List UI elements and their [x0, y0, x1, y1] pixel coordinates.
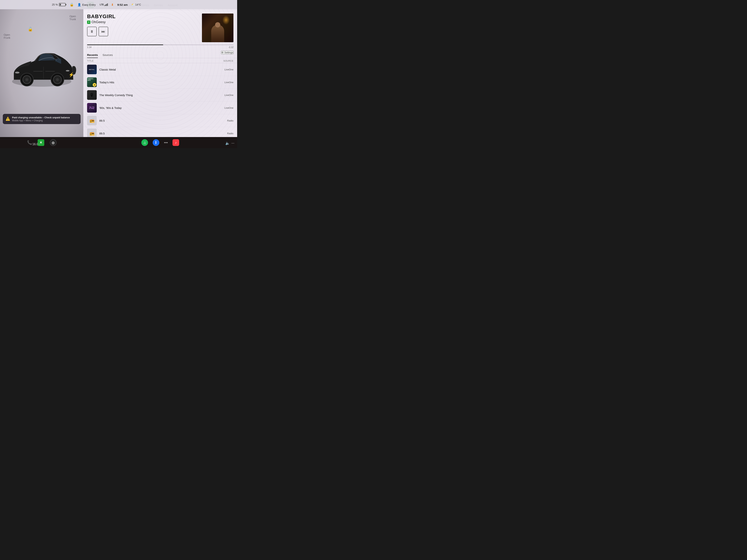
thumb-inner-1: TODAY'SHITS ★	[87, 77, 97, 87]
station-thumb-1: TODAY'SHITS ★	[87, 77, 97, 87]
svg-point-6	[25, 78, 28, 81]
frunk-icon: 🔓	[28, 27, 33, 32]
station-name-5: 89.5	[99, 132, 218, 135]
col-source-header: SOURCE	[224, 60, 233, 62]
thumb-text-5: 📻	[89, 131, 95, 136]
settings-area: ⚙ Settings	[83, 50, 237, 52]
playback-controls: ⏸ ⏭	[87, 27, 198, 36]
station-source-4: Radio	[221, 119, 233, 122]
settings-button[interactable]: ⚙ Settings	[221, 51, 233, 54]
network-type: LTE	[100, 3, 104, 6]
odo-chevron-right: ›	[39, 143, 40, 146]
station-thumb-5: 📻	[87, 129, 97, 138]
station-source-5: Radio	[221, 132, 233, 135]
station-row[interactable]: METAL Classic Metal LiveOne	[83, 63, 237, 76]
tab-recents[interactable]: Recents	[87, 52, 98, 58]
thumb-text-3: '80s '90s& Today	[89, 106, 95, 109]
thumb-text-4: 📻	[89, 118, 95, 123]
song-title-main: BABYGIRL	[87, 14, 198, 20]
progress-times: 1:14 -1:12	[87, 46, 233, 49]
time-remaining: -1:12	[228, 46, 233, 49]
station-name-1: Today's Hits	[99, 81, 218, 84]
temperature: 14°C	[135, 3, 141, 6]
settings-icon: ⚙	[222, 51, 224, 54]
artist-row: ✕ OhGeesy	[87, 20, 198, 24]
camera-icon[interactable]: ⬤	[50, 139, 56, 146]
volume-icon[interactable]: 🔈	[225, 141, 230, 145]
thumb-text-1: TODAY'SHITS	[87, 78, 93, 81]
taskbar-left: 📞 ✕ ⬤ ‹ 16.0 ›	[0, 137, 83, 148]
apple-music-icon[interactable]: ♪	[173, 139, 179, 146]
station-thumb-4: 📻	[87, 116, 97, 125]
pause-button[interactable]: ⏸	[87, 27, 97, 36]
music-note: ♪	[175, 141, 177, 144]
profile-area: 👤 Easy Entry	[77, 3, 96, 6]
time-display: 9:52 am	[117, 3, 128, 6]
warning-title: Paid charging unavailable – Check unpaid…	[12, 116, 70, 119]
battery-area: 25 %	[52, 3, 66, 6]
camera-lens: ⬤	[52, 141, 55, 144]
volume-minus: —	[231, 141, 234, 145]
station-name-0: Classic Metal	[99, 68, 218, 71]
album-art	[202, 14, 233, 42]
station-name-2: The Weekly Comedy Thing	[99, 94, 218, 97]
station-source-0: LiveOne	[221, 68, 233, 71]
spotify-logo: ♫	[143, 140, 146, 145]
warning-notification: ⚠️ Paid charging unavailable – Check unp…	[3, 114, 81, 124]
volume-area: 🔈 —	[225, 141, 234, 145]
weather-area: ⛅ 14°C	[131, 3, 141, 6]
artist-name: OhGeesy	[92, 20, 106, 24]
bluetooth-symbol: ᛒ	[155, 141, 157, 144]
station-source-1: LiveOne	[221, 81, 233, 84]
signal-bars	[104, 3, 108, 6]
tab-sources[interactable]: Sources	[102, 52, 113, 58]
odo-chevron-left: ‹	[31, 143, 31, 146]
xm-icon-medium: ✕	[87, 21, 91, 24]
car-image	[0, 35, 83, 106]
svg-point-2	[15, 72, 20, 74]
profile-icon: 👤	[77, 3, 81, 6]
now-playing-info: BABYGIRL ✕ OhGeesy ⏸ ⏭	[87, 14, 198, 36]
status-bar: 25 % 🔒 👤 Easy Entry LTE ⬇ 9:52 am ⛅ 14°C	[0, 0, 237, 9]
easy-entry-label: Easy Entry	[82, 3, 96, 6]
station-thumb-0: METAL	[87, 64, 97, 74]
station-row[interactable]: '80s '90s& Today '80s, '90s & Today Live…	[83, 102, 237, 114]
station-row[interactable]: TODAY'SHITS ★ Today's Hits LiveOne	[83, 76, 237, 89]
col-title-header: TITLE	[87, 60, 94, 62]
odometer-value: 16.0	[32, 142, 38, 146]
download-icon: ⬇	[111, 3, 113, 6]
settings-label: Settings	[224, 51, 233, 54]
bluetooth-icon[interactable]: ᛒ	[153, 139, 159, 146]
thumb-text-2: 🎙	[89, 92, 94, 98]
taskbar-right: ♫ ᛒ ••• ♪ 🔈 —	[83, 137, 237, 148]
warning-icon: ⚠️	[5, 116, 10, 121]
svg-point-9	[56, 78, 59, 81]
station-list: METAL Classic Metal LiveOne TODAY'SHITS …	[83, 63, 237, 148]
thumb-text-0: METAL	[89, 69, 95, 70]
station-name-4: 89.5	[99, 119, 218, 122]
skip-forward-button[interactable]: ⏭	[99, 27, 108, 36]
table-header: TITLE SOURCE	[83, 58, 237, 63]
station-row[interactable]: 📻 89.5 Radio	[83, 114, 237, 127]
weather-icon: ⛅	[131, 3, 134, 6]
progress-fill	[87, 45, 163, 45]
more-apps-icon[interactable]: •••	[164, 140, 168, 145]
tabs-section: Recents Sources	[83, 52, 237, 58]
station-source-2: LiveOne	[221, 94, 233, 97]
radio-panel: ✕ 🔍 ≡ Top Stations DJ Series Genres Acco…	[83, 0, 237, 148]
open-trunk-label[interactable]: OpenTrunk	[70, 15, 76, 21]
progress-bar[interactable]	[87, 45, 233, 45]
station-thumb-2: 🎙	[87, 90, 97, 100]
charging-icon: ⚡	[69, 72, 74, 77]
spotify-icon[interactable]: ♫	[141, 139, 148, 146]
station-source-3: LiveOne	[221, 106, 233, 109]
battery-percent: 25 %	[52, 3, 58, 6]
signal-area: LTE	[100, 3, 108, 6]
odometer: ‹ 16.0 ›	[31, 142, 40, 146]
now-playing-section: BABYGIRL ✕ OhGeesy ⏸ ⏭	[83, 10, 237, 45]
warning-subtitle: Mobile App > Menu > Charging	[12, 119, 70, 122]
svg-point-3	[66, 70, 70, 72]
station-row[interactable]: 🎙 The Weekly Comedy Thing LiveOne	[83, 89, 237, 102]
progress-section: 1:14 -1:12	[83, 45, 237, 50]
time-elapsed: 1:14	[87, 46, 91, 49]
